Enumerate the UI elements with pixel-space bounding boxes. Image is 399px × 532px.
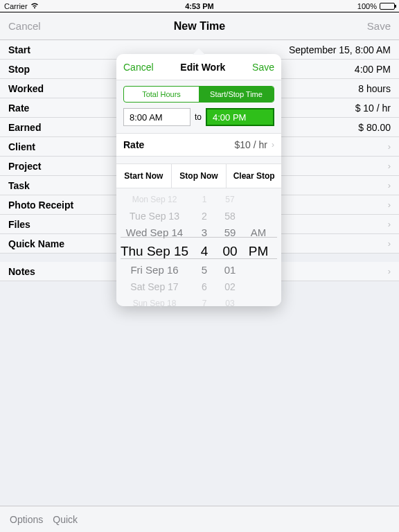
label: Rate — [8, 103, 29, 114]
value: $ 10 / hr — [355, 103, 391, 114]
chevron-right-icon: › — [388, 219, 391, 229]
battery-icon — [380, 3, 395, 10]
clear-stop-button[interactable]: Clear Stop — [226, 164, 281, 188]
label: Task — [8, 180, 30, 191]
segment-start-stop-time[interactable]: Start/Stop Time — [199, 87, 274, 102]
label: Files — [8, 219, 30, 230]
picker-minute-column[interactable]: 57 58 59 00 01 02 03 — [216, 188, 244, 306]
label: Photo Receipt — [8, 200, 73, 211]
label: Start — [8, 44, 30, 55]
value: $ 80.00 — [358, 122, 391, 133]
mode-segmented-control[interactable]: Total Hours Start/Stop Time — [123, 86, 274, 103]
label: Worked — [8, 83, 44, 94]
value: 8 hours — [358, 83, 391, 94]
picker-date-column[interactable]: Mon Sep 12 Tue Sep 13 Wed Sep 14 Thu Sep… — [116, 188, 193, 306]
datetime-picker[interactable]: Mon Sep 12 Tue Sep 13 Wed Sep 14 Thu Sep… — [116, 188, 281, 306]
chevron-right-icon: › — [388, 200, 391, 210]
rate-value: $10 / hr — [235, 139, 267, 150]
chevron-right-icon: › — [388, 161, 391, 171]
page-title: New Time — [174, 20, 225, 33]
label: Client — [8, 141, 35, 152]
label: Notes — [8, 266, 35, 277]
quick-button[interactable]: Quick — [53, 514, 78, 525]
picker-hour-column[interactable]: 1 2 3 4 5 6 7 — [193, 188, 216, 306]
edit-work-popover: Cancel Edit Work Save Total Hours Start/… — [116, 54, 281, 306]
label: Stop — [8, 64, 30, 75]
start-now-button[interactable]: Start Now — [116, 164, 171, 188]
label: Earned — [8, 122, 41, 133]
stop-now-button[interactable]: Stop Now — [171, 164, 227, 188]
chevron-right-icon: › — [388, 266, 391, 276]
value: 4:00 PM — [355, 64, 391, 75]
chevron-right-icon: › — [388, 238, 391, 249]
carrier-label: Carrier — [4, 2, 28, 10]
stop-time-field[interactable]: 4:00 PM — [206, 108, 274, 126]
label: Quick Name — [8, 238, 64, 249]
popover-cancel-button[interactable]: Cancel — [123, 62, 154, 73]
status-time: 4:53 PM — [185, 2, 214, 10]
save-button[interactable]: Save — [367, 20, 391, 32]
status-bar: Carrier 4:53 PM 100% — [0, 0, 399, 12]
options-button[interactable]: Options — [10, 514, 43, 525]
rate-label: Rate — [123, 139, 144, 150]
segment-total-hours[interactable]: Total Hours — [124, 87, 199, 102]
navbar: Cancel New Time Save — [0, 12, 399, 40]
start-time-field[interactable]: 8:00 AM — [123, 108, 190, 126]
chevron-right-icon: › — [272, 140, 274, 150]
popover-save-button[interactable]: Save — [252, 62, 274, 73]
popover-rate-row[interactable]: Rate $10 / hr › — [116, 133, 281, 157]
quick-actions: Start Now Stop Now Clear Stop — [116, 163, 281, 188]
cancel-button[interactable]: Cancel — [8, 20, 41, 32]
bottom-toolbar: Options Quick — [0, 506, 399, 532]
picker-ampm-column[interactable]: AM PM — [244, 188, 273, 306]
chevron-right-icon: › — [388, 180, 391, 190]
value: September 15, 8:00 AM — [289, 44, 391, 55]
popover-title: Edit Work — [180, 62, 225, 73]
wifi-icon — [30, 2, 39, 10]
to-label: to — [195, 112, 202, 122]
label: Project — [8, 161, 41, 172]
battery-label: 100% — [357, 2, 377, 10]
chevron-right-icon: › — [388, 141, 391, 152]
popover-navbar: Cancel Edit Work Save — [116, 54, 281, 80]
